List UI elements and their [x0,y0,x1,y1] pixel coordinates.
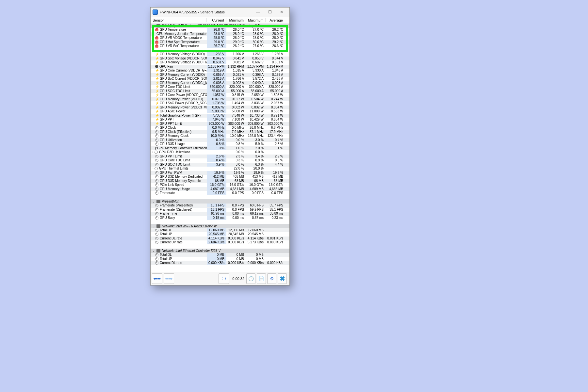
sensor-row[interactable]: GPU VR VDDC Temperature28.0 °C28.0 °C28.… [151,36,289,40]
val-max: 69.12 ms [246,212,266,216]
sensor-row[interactable]: GPU Temperature26.0 °C26.0 °C27.0 °C26.2… [151,28,289,32]
col-maximum[interactable]: Maximum [246,18,266,22]
col-average[interactable]: Average [266,18,285,22]
sensor-row[interactable]: GPU Memory Usage4,687 MB4,681 MB4,689 MB… [151,187,289,191]
sensor-row[interactable]: ⚡GPU SoC Current (VDDCR_SOC)2.016 A1.766… [151,77,289,81]
sensor-row[interactable]: ›GPU D3D Utilizations0.0 %0.0 % [151,150,289,155]
sensor-row[interactable]: GPU PPT Limit2.6 %2.3 %3.4 %2.9 % [151,155,289,159]
col-minimum[interactable]: Minimum [226,18,246,22]
maximize-button[interactable]: ☐ [264,8,276,16]
close-button[interactable]: ✕ [276,8,287,16]
val-min: 12,060 MB [226,228,246,232]
sensor-row[interactable]: GPU Clock0.0 MHz0.0 MHz26.0 MHz6.8 MHz [151,126,289,130]
sensor-row[interactable]: GPU D3D Memory Dynamic68 MB68 MB68 MB68 … [151,179,289,183]
expand-icon[interactable]: › [151,167,155,171]
val-min: 1,132 RPM [226,65,246,69]
val-current: 1.057 W [207,93,226,97]
nav-expand-button[interactable]: ⬅➡ [164,273,174,284]
sensor-row[interactable]: ⚡GPU SoC Voltage (VDDCR_SOC)0.842 V0.841… [151,57,289,61]
sensor-name: Total UP [160,257,172,261]
sensor-row[interactable]: ⚡GPU Memory Voltage (VDDIO)1.266 V1.266 … [151,52,289,57]
sensor-row[interactable]: GPU Memory Controller Utilization1.0 %1.… [151,146,289,151]
save-button[interactable]: 📄 [257,273,266,284]
val-max: 5.9 % [246,142,266,146]
nav-back-button[interactable]: ⬅➡ [152,273,162,284]
val-min: 0.00 ms [226,212,246,216]
sensor-row[interactable]: ⚡GPU Core Current (VDDCR_GFX)1.319 A1.01… [151,69,289,73]
logging-button[interactable]: 🖵 [219,273,229,284]
val-max: 5.273 KB/s [246,240,266,244]
val-current: 4.114 KB/s [207,237,226,240]
sensor-row[interactable]: Framerate (Presented)16.1 FPS0.0 FPS60.0… [151,204,289,208]
sensor-row[interactable]: Frame Time61.96 ms0.00 ms69.12 ms35.89 m… [151,212,289,216]
sensor-row[interactable]: GPU Fan1,136 RPM1,132 RPM1,137 RPM1,134 … [151,65,289,69]
sensor-row[interactable]: ⚡GPU Memory Power (VDDCI_MEM)0.002 W0.00… [151,106,289,110]
sensor-row[interactable]: Current DL rate0.000 KB/s0.000 KB/s0.000… [151,261,289,265]
sensor-row[interactable]: GPU D3D Usage0.8 %0.8 %5.9 %2.3 % [151,142,289,146]
sensor-row[interactable]: ⚡GPU SoC Power (VDDCR_SOC)1.708 W1.494 W… [151,101,289,106]
sensor-row[interactable]: Current UP rate2.604 KB/s0.000 KB/s5.273… [151,240,289,245]
clock-icon[interactable]: 🕒 [246,273,255,284]
gauge-icon [155,130,158,134]
sensor-row[interactable]: Framerate (Displayed)16.1 FPS0.0 FPS59.9… [151,208,289,212]
sensor-group-header[interactable]: ⌄Network: Intel Wi-Fi 6 AX200 160MHz [151,224,289,228]
val-avg: 28.0 °C [266,36,285,40]
sensor-row[interactable]: GPU SOC TDC Limit3.9 %3.0 %6.3 %4.4 % [151,163,289,167]
sensor-name: GPU VR SoC Temperature [160,44,199,48]
sensor-name: GPU Utilization [160,138,182,142]
sensor-row[interactable]: GPU D3D Memory Dedicated412 MB405 MB413 … [151,175,289,179]
val-max: 19.9 % [246,171,266,175]
sensor-row[interactable]: ⚡GPU ASIC Power5.000 W5.000 W11.000 W8.5… [151,109,289,114]
titlebar[interactable]: HWiNFO64 v7.72-5355 - Sensors Status — ☐… [151,8,289,17]
sensor-row[interactable]: ⚡GPU PPT Limit303.000 W303.000 W303.000 … [151,122,289,126]
sensor-row[interactable]: ⚡GPU Memory Current (VDDCI_MEM)0.003 A0.… [151,81,289,85]
bolt-icon: ⚡ [155,110,158,113]
chevron-down-icon: ⌄ [152,24,155,27]
sensor-row[interactable]: ›GPU Thermal Limits22.8 %28.0 % [151,167,289,171]
sensor-row[interactable]: GPU Busy0.18 ms0.00 ms0.37 ms0.23 ms [151,216,289,220]
sensor-row[interactable]: ⚡GPU Core Power (VDDCR_GFX)1.057 W0.815 … [151,93,289,97]
sensor-row[interactable]: GPU Fan PWM19.9 %19.9 %19.9 %19.9 % [151,171,289,175]
sensor-group-header[interactable]: ⌄GPU [#0]: AMD Radeon RX 6900 XT: MSI RX… [151,24,289,28]
sensor-row[interactable]: ⚡Total Graphics Power (TGP)7.738 W7.348 … [151,114,289,118]
sensor-row[interactable]: GPU Memory Junction Temperature28.0 °C28… [151,32,289,36]
minimize-button[interactable]: — [252,8,264,16]
val-current: 16.0 GT/s [207,183,226,187]
thermometer-icon [155,44,158,48]
sensor-row[interactable]: ⚡GPU PPT7.946 W7.100 W10.429 W8.684 W [151,118,289,122]
val-min: 22.8 % [226,167,246,171]
sensor-row[interactable]: Current DL rate4.114 KB/s0.000 KB/s4.114… [151,237,289,241]
column-header[interactable]: Sensor Current Minimum Maximum Average [151,17,289,24]
settings-button[interactable]: ⚙ [267,273,276,284]
sensor-list[interactable]: ⌄GPU [#0]: AMD Radeon RX 6900 XT: MSI RX… [151,24,289,272]
sensor-row[interactable]: GPU Clock (Effective)9.5 MHz7.9 MHz37.1 … [151,130,289,134]
sensor-row[interactable]: GPU Memory Clock10.0 MHz10.0 MHz192.0 MH… [151,134,289,138]
sensor-row[interactable]: GPU Core TDC Limit0.4 %0.3 %0.9 %0.6 % [151,158,289,163]
val-min: 1.266 V [226,52,246,56]
sensor-row[interactable]: ⚡GPU Memory Power (VDDIO)0.070 W0.027 W0… [151,97,289,102]
reset-button[interactable]: ✖ [278,273,287,284]
sensor-row[interactable]: Total DL0 MB0 MB0 MB [151,253,289,257]
sensor-row[interactable]: PCIe Link Speed16.0 GT/s16.0 GT/s16.0 GT… [151,183,289,187]
expand-icon[interactable]: › [151,150,155,154]
sensor-row[interactable]: ⚡GPU Memory Current (VDDIO)0.055 A0.021 … [151,73,289,77]
sensor-row[interactable]: Framerate0.0 FPS0.0 FPS0.0 FPS0.0 FPS [151,191,289,195]
val-avg: 0.000 KB/s [266,261,285,265]
sensor-group-header[interactable]: ⌄Network: Intel Ethernet Controller I225… [151,249,289,253]
sensor-row[interactable]: GPU Hot Spot Temperature29.0 °C29.0 °C30… [151,40,289,44]
sensor-row[interactable]: Total UP0 MB0 MB0 MB [151,257,289,261]
sensor-row[interactable]: Total DL12,060 MB12,060 MB12,060 MB [151,228,289,233]
sensor-row[interactable]: GPU Utilization0.0 %0.0 %3.0 %0.4 % [151,138,289,142]
sensor-row[interactable]: ⚡GPU SOC TDC Limit55.000 A55.000 A55.000… [151,89,289,93]
val-min: 0.0 MHz [226,126,246,130]
col-current[interactable]: Current [207,18,226,22]
col-sensor[interactable]: Sensor [151,18,207,22]
val-min: 0 MB [226,253,246,257]
bolt-icon: ⚡ [155,93,158,97]
sensor-row[interactable]: ⚡GPU Memory Voltage (VDDCI_MEM)0.681 V0.… [151,60,289,65]
sensor-row[interactable]: ⚡GPU Core TDC Limit320.000 A320.000 A320… [151,85,289,89]
sensor-row[interactable]: GPU VR SoC Temperature26.7 °C26.2 °C27.0… [151,44,289,48]
sensor-group-header[interactable]: ⌄PresentMon [151,199,289,204]
val-current: 7.738 W [207,114,226,118]
sensor-row[interactable]: Total UP20,545 MB20,545 MB20,545 MB [151,232,289,237]
